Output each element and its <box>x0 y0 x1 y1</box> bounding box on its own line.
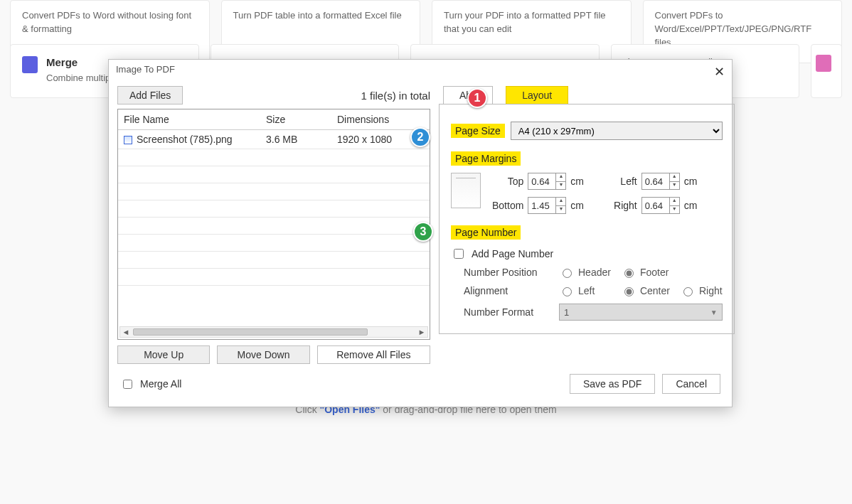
pos-header-radio[interactable]: Header <box>559 267 611 278</box>
file-pane: Add Files 1 file(s) in total File Name S… <box>117 86 430 364</box>
merge-icon <box>22 56 38 73</box>
margin-right-input[interactable]: 0.64▲▼ <box>641 197 680 214</box>
align-left-radio[interactable]: Left <box>559 285 611 296</box>
file-table: File Name Size Dimensions Screenshot (78… <box>118 109 430 286</box>
dialog-title: Image To PDF ✕ <box>109 60 732 79</box>
add-files-button[interactable]: Add Files <box>117 86 183 104</box>
file-icon <box>124 136 132 144</box>
page-size-select[interactable]: A4 (210 x 297mm) <box>511 122 723 140</box>
file-table-box: File Name Size Dimensions Screenshot (78… <box>117 109 430 340</box>
number-format-select[interactable]: 1▼ <box>559 304 723 321</box>
margin-grid: Top 0.64▲▼ cm Left 0.64▲▼ cm Bottom 1.45… <box>492 173 697 214</box>
move-down-button[interactable]: Move Down <box>217 345 309 364</box>
close-icon[interactable]: ✕ <box>714 64 725 80</box>
file-count: 1 file(s) in total <box>361 90 430 102</box>
move-up-button[interactable]: Move Up <box>117 345 210 364</box>
edge-icon <box>816 55 831 72</box>
scroll-left-icon[interactable]: ◄ <box>120 328 132 336</box>
col-dim[interactable]: Dimensions <box>331 109 430 130</box>
col-filename[interactable]: File Name <box>118 109 260 130</box>
align-right-radio[interactable]: Right <box>680 285 723 296</box>
col-size[interactable]: Size <box>260 109 331 130</box>
save-as-pdf-button[interactable]: Save as PDF <box>570 374 655 394</box>
annotation-1: 1 <box>467 88 487 108</box>
remove-all-button[interactable]: Remove All Files <box>317 345 430 364</box>
scroll-right-icon[interactable]: ► <box>416 328 427 336</box>
page-number-label: Page Number <box>451 225 521 240</box>
margin-bottom-input[interactable]: 1.45▲▼ <box>528 197 566 214</box>
cancel-button[interactable]: Cancel <box>662 374 720 394</box>
page-margins-label: Page Margins <box>451 151 521 166</box>
table-row[interactable]: Screenshot (785).png 3.6 MB 1920 x 1080 <box>118 130 430 149</box>
add-page-number-check[interactable]: Add Page Number <box>451 247 723 261</box>
image-to-pdf-dialog: Image To PDF ✕ Add Files 1 file(s) in to… <box>108 59 733 407</box>
scroll-thumb[interactable] <box>133 328 368 336</box>
card-edge[interactable] <box>811 44 842 98</box>
align-center-radio[interactable]: Center <box>621 285 670 296</box>
h-scrollbar[interactable]: ◄ ► <box>119 326 428 338</box>
page-size-label: Page Size <box>451 124 505 138</box>
margin-left-input[interactable]: 0.64▲▼ <box>641 173 680 190</box>
annotation-2: 2 <box>410 127 430 147</box>
pos-footer-radio[interactable]: Footer <box>621 267 670 278</box>
margin-top-input[interactable]: 0.64▲▼ <box>528 173 566 190</box>
settings-panel: Page Size A4 (210 x 297mm) Page Margins … <box>439 104 735 334</box>
annotation-3: 3 <box>413 222 433 242</box>
tab-layout[interactable]: Layout <box>506 86 568 104</box>
page-number-options: Number Position Header Footer Alignment … <box>464 267 723 321</box>
settings-pane: Abs Layout Page Size A4 (210 x 297mm) Pa… <box>439 86 735 364</box>
page-thumb-icon <box>451 173 481 208</box>
merge-all-check[interactable]: Merge All <box>120 377 181 391</box>
